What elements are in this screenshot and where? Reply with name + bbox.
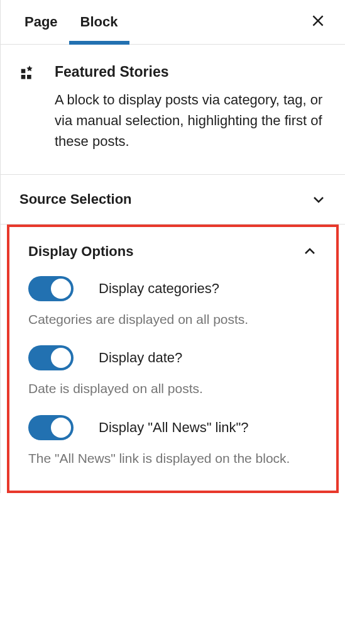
svg-rect-0 — [21, 69, 26, 74]
block-title: Featured Stories — [55, 64, 326, 80]
option-label: Display date? — [99, 350, 182, 366]
chevron-up-icon — [302, 244, 317, 259]
block-text: Featured Stories A block to display post… — [55, 64, 326, 152]
tabs-header: Page Block — [1, 0, 345, 45]
toggle-display-categories[interactable] — [28, 276, 74, 301]
svg-rect-2 — [27, 75, 31, 79]
display-options-highlight: Display Options Display categories? Cate… — [7, 225, 339, 493]
tab-page[interactable]: Page — [13, 0, 69, 44]
block-info: Featured Stories A block to display post… — [1, 45, 345, 175]
display-options-content: Display categories? Categories are displ… — [9, 276, 336, 491]
tab-block[interactable]: Block — [69, 0, 129, 44]
source-selection-header[interactable]: Source Selection — [1, 175, 345, 225]
option-label: Display categories? — [99, 280, 219, 297]
toggle-display-all-news-link[interactable] — [28, 415, 74, 440]
toggle-knob — [51, 348, 71, 368]
option-help: The "All News" link is displayed on the … — [28, 449, 317, 468]
close-icon — [310, 13, 326, 29]
option-help: Categories are displayed on all posts. — [28, 310, 317, 329]
toggle-display-date[interactable] — [28, 345, 74, 370]
svg-rect-1 — [21, 75, 26, 79]
option-display-categories: Display categories? Categories are displ… — [28, 276, 317, 329]
display-options-title: Display Options — [28, 243, 133, 260]
close-button[interactable] — [304, 6, 332, 38]
toggle-knob — [51, 418, 71, 438]
toggle-knob — [51, 279, 71, 299]
display-options-header[interactable]: Display Options — [9, 227, 336, 276]
featured-stories-icon — [19, 65, 40, 85]
option-display-date: Display date? Date is displayed on all p… — [28, 345, 317, 398]
option-help: Date is displayed on all posts. — [28, 379, 317, 398]
settings-panel: Page Block Featured Stories A block to d… — [0, 0, 345, 493]
option-display-all-news-link: Display "All News" link"? The "All News"… — [28, 415, 317, 468]
source-selection-title: Source Selection — [19, 191, 132, 208]
option-label: Display "All News" link"? — [99, 419, 249, 436]
block-description: A block to display posts via category, t… — [55, 89, 326, 152]
chevron-down-icon — [311, 192, 326, 207]
